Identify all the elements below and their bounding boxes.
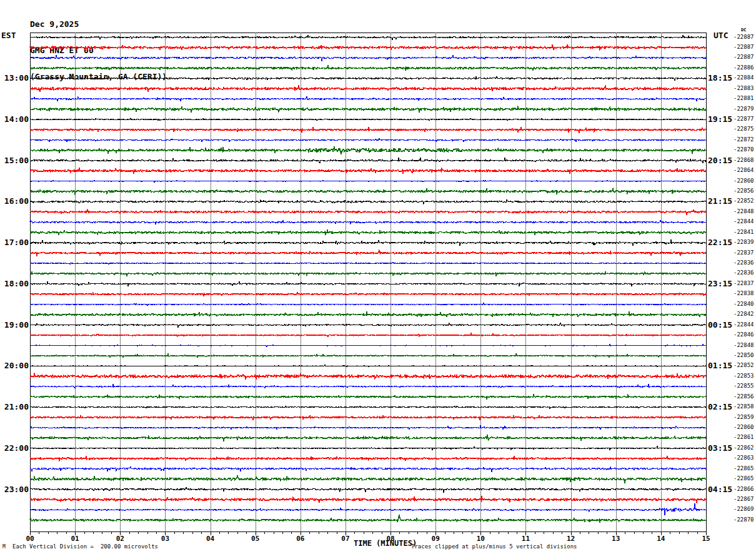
- seismo-trace-row: [30, 476, 706, 483]
- seismo-trace-row: [30, 168, 706, 173]
- x-tick-label: 15: [702, 535, 710, 543]
- seismo-trace-row: [30, 293, 706, 296]
- x-axis-title: TIME (MINUTES): [354, 539, 417, 548]
- dc-offset-value: -22864: [734, 167, 754, 174]
- dc-offset-value: -22837: [734, 249, 754, 256]
- x-tick-label: 05: [251, 535, 259, 543]
- dc-offset-value: -22852: [734, 198, 754, 204]
- seismo-trace-row: [30, 446, 706, 450]
- utc-hour-label: 20:15: [708, 156, 732, 165]
- seismo-trace-row: [30, 128, 706, 133]
- est-hour-label: 20:00: [0, 361, 29, 370]
- utc-hour-label: 00:15: [708, 320, 732, 330]
- seismo-trace-row: [30, 416, 706, 420]
- seismo-trace-row: [30, 45, 706, 50]
- dc-offset-value: -22872: [734, 136, 754, 143]
- dc-offset-value: -22884: [734, 74, 754, 81]
- seismo-trace-row: [30, 262, 706, 264]
- dc-offset-value: -22869: [734, 506, 754, 513]
- seismo-trace-row: [30, 282, 706, 286]
- x-tick-label: 06: [296, 535, 304, 543]
- est-hour-label: 16:00: [0, 196, 29, 206]
- x-tick-label: 04: [206, 535, 214, 543]
- utc-hour-label: 22:15: [708, 238, 732, 247]
- dc-offset-value: -22863: [734, 455, 754, 461]
- seismo-trace-row: [30, 456, 706, 460]
- est-hour-label: 15:00: [0, 156, 29, 165]
- seismo-trace-row: [30, 231, 706, 236]
- dc-offset-value: -22838: [734, 290, 754, 297]
- dc-offset-value: -22870: [734, 146, 754, 153]
- webicorder-screen: Dec 9,2025 GMG HNZ ET 00 (Grassy Mountai…: [0, 0, 756, 554]
- seismo-trace-row: [30, 210, 706, 214]
- seismo-trace-row: [30, 76, 706, 81]
- x-tick-label: 12: [567, 535, 575, 543]
- seismo-trace-row: [30, 118, 706, 121]
- seismo-trace-row: [30, 466, 706, 471]
- seismo-trace-row: [30, 107, 706, 113]
- seismo-trace-row: [30, 374, 706, 380]
- utc-hour-label: 21:15: [708, 196, 732, 206]
- dc-offset-value: -22844: [734, 218, 754, 225]
- x-tick-label: 13: [612, 535, 620, 543]
- seismo-trace-row: [30, 146, 706, 154]
- dc-offset-value: -22862: [734, 445, 754, 451]
- dc-offset-value: -22856: [734, 393, 754, 400]
- seismo-trace-row: [30, 35, 706, 39]
- dc-offset-value: -22853: [734, 373, 754, 380]
- est-hour-label: 22:00: [0, 443, 29, 453]
- x-tick-label: 09: [432, 535, 440, 543]
- est-hour-label: 19:00: [0, 320, 29, 330]
- seismo-trace-row: [30, 395, 706, 399]
- seismogram-plot: [0, 0, 756, 554]
- utc-hour-label: 04:15: [708, 485, 732, 494]
- dc-offset-value: -22848: [734, 342, 754, 349]
- seismo-trace-row: [30, 503, 706, 515]
- plot-border: [31, 33, 707, 532]
- dc-offset-value: -22875: [734, 126, 754, 133]
- dc-offset-value: -22881: [734, 95, 754, 102]
- dc-offset-value: -22839: [734, 239, 754, 246]
- seismo-trace-row: [30, 496, 706, 503]
- seismo-trace-row: [30, 354, 706, 358]
- seismo-trace-row: [30, 345, 706, 347]
- seismo-trace-row: [30, 97, 706, 101]
- dc-offset-value: -22865: [734, 465, 754, 472]
- x-tick-label: 11: [522, 535, 530, 543]
- dc-offset-value: -22850: [734, 352, 754, 359]
- est-hour-label: 18:00: [0, 279, 29, 288]
- seismo-trace-row: [30, 66, 706, 71]
- seismo-trace-row: [30, 425, 706, 430]
- dc-offset-value: -22844: [734, 321, 754, 328]
- dc-offset-value: -22887: [734, 34, 754, 41]
- seismo-trace-row: [30, 251, 706, 256]
- x-tick-label: 08: [386, 535, 394, 543]
- seismo-trace-row: [30, 188, 706, 194]
- x-tick-label: 14: [657, 535, 665, 543]
- seismo-trace-row: [30, 199, 706, 204]
- seismo-trace-row: [30, 385, 706, 389]
- dc-offset-value: -22870: [734, 516, 754, 523]
- seismo-trace-row: [30, 86, 706, 93]
- dc-offset-value: -22855: [734, 383, 754, 390]
- seismo-trace-row: [30, 333, 706, 336]
- seismo-trace-row: [30, 239, 706, 246]
- corner-mark: M: [2, 544, 6, 550]
- dc-offset-value: -22859: [734, 414, 754, 421]
- dc-offset-value: -22841: [734, 229, 754, 236]
- dc-offset-value: -22836: [734, 269, 754, 276]
- est-hour-label: 17:00: [0, 238, 29, 247]
- x-tick-label: 07: [341, 535, 349, 543]
- seismo-trace-row: [30, 180, 706, 182]
- utc-hour-label: 18:15: [708, 73, 732, 83]
- est-hour-label: 21:00: [0, 402, 29, 411]
- utc-hour-label: 23:15: [708, 279, 732, 288]
- seismo-trace-row: [30, 158, 706, 163]
- dc-offset-value: -22879: [734, 106, 754, 113]
- dc-offset-value: -22887: [734, 44, 754, 51]
- dc-offset-value: -22852: [734, 362, 754, 369]
- x-tick-label: 02: [116, 535, 124, 543]
- dc-offset-value: -22840: [734, 301, 754, 308]
- x-tick-label: 00: [26, 535, 34, 543]
- dc-offset-value: -22856: [734, 188, 754, 194]
